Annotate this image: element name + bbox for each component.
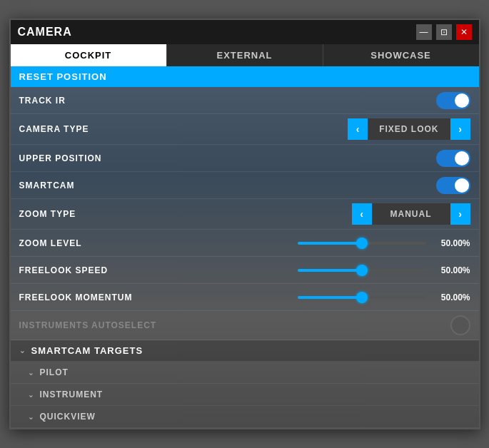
upper-position-label: UPPER POSITION: [19, 153, 436, 163]
track-ir-row: TRACK IR: [11, 87, 479, 114]
freelook-momentum-value: 50.00%: [433, 292, 470, 302]
smartcam-track: [436, 177, 470, 194]
camera-type-selector: ‹ FIXED LOOK ›: [348, 118, 470, 140]
quickview-label: QUICKVIEW: [40, 412, 96, 422]
smartcam-row: SMARTCAM: [11, 172, 479, 199]
freelook-momentum-thumb: [356, 292, 368, 303]
freelook-speed-slider-container: 50.00%: [245, 265, 470, 275]
instrument-item[interactable]: ⌄ INSTRUMENT: [11, 384, 479, 406]
expand-button[interactable]: ⊡: [436, 24, 452, 40]
content-area: RESET POSITION TRACK IR CAMERA TYPE ‹ FI…: [11, 66, 479, 428]
quickview-item[interactable]: ⌄ QUICKVIEW: [11, 406, 479, 428]
tab-showcase[interactable]: SHOWCASE: [323, 44, 479, 66]
tab-bar: COCKPIT EXTERNAL SHOWCASE: [11, 44, 479, 66]
zoom-level-row: ZOOM LEVEL 50.00%: [11, 230, 479, 257]
title-bar: CAMERA — ⊡ ✕: [11, 20, 479, 44]
zoom-level-label: ZOOM LEVEL: [19, 238, 245, 248]
freelook-speed-fill: [298, 269, 362, 272]
upper-position-knob: [455, 151, 469, 166]
quickview-expand-icon: ⌄: [28, 413, 34, 421]
instrument-expand-icon: ⌄: [28, 391, 34, 399]
smartcam-toggle[interactable]: [436, 177, 470, 194]
freelook-momentum-fill: [298, 296, 362, 299]
zoom-level-thumb: [356, 238, 368, 249]
zoom-level-track[interactable]: [298, 242, 426, 245]
instruments-autoselect-toggle: [450, 315, 470, 335]
instrument-label: INSTRUMENT: [40, 390, 104, 399]
smartcam-label: SMARTCAM: [19, 180, 436, 190]
track-ir-knob: [455, 93, 469, 108]
instruments-autoselect-label: INSTRUMENTS AUTOSELECT: [19, 320, 450, 330]
zoom-type-label: ZOOM TYPE: [19, 209, 352, 219]
camera-type-value: FIXED LOOK: [368, 118, 450, 140]
upper-position-toggle[interactable]: [436, 150, 470, 167]
zoom-type-value: MANUAL: [372, 203, 450, 225]
camera-type-next-button[interactable]: ›: [450, 118, 470, 140]
freelook-momentum-row: FREELOOK MOMENTUM 50.00%: [11, 284, 479, 311]
smartcam-targets-expand-icon: ⌄: [19, 347, 26, 355]
freelook-momentum-slider-container: 50.00%: [245, 292, 470, 302]
pilot-expand-icon: ⌄: [28, 369, 34, 377]
smartcam-targets-label: SMARTCAM TARGETS: [31, 345, 143, 356]
instruments-autoselect-row: INSTRUMENTS AUTOSELECT: [11, 311, 479, 340]
tab-external[interactable]: EXTERNAL: [167, 44, 323, 66]
camera-type-prev-button[interactable]: ‹: [348, 118, 368, 140]
upper-position-track: [436, 150, 470, 167]
window-title: CAMERA: [18, 26, 72, 39]
freelook-speed-label: FREELOOK SPEED: [19, 265, 245, 275]
freelook-speed-track[interactable]: [298, 269, 426, 272]
close-button[interactable]: ✕: [456, 24, 472, 40]
zoom-level-value: 50.00%: [433, 238, 470, 248]
freelook-momentum-label: FREELOOK MOMENTUM: [19, 292, 245, 302]
freelook-speed-thumb: [356, 265, 368, 276]
minimize-button[interactable]: —: [416, 24, 432, 40]
camera-window: CAMERA — ⊡ ✕ COCKPIT EXTERNAL SHOWCASE R…: [9, 19, 480, 429]
pilot-label: PILOT: [40, 367, 69, 377]
camera-type-label: CAMERA TYPE: [19, 124, 348, 134]
zoom-type-next-button[interactable]: ›: [450, 203, 470, 225]
track-ir-label: TRACK IR: [19, 96, 436, 106]
zoom-type-selector: ‹ MANUAL ›: [352, 203, 470, 225]
camera-type-row: CAMERA TYPE ‹ FIXED LOOK ›: [11, 114, 479, 145]
tab-cockpit[interactable]: COCKPIT: [11, 44, 167, 66]
zoom-level-slider-container: 50.00%: [245, 238, 470, 248]
window-controls: — ⊡ ✕: [416, 24, 472, 40]
upper-position-row: UPPER POSITION: [11, 145, 479, 172]
zoom-type-prev-button[interactable]: ‹: [352, 203, 372, 225]
track-ir-track: [436, 92, 470, 109]
smartcam-knob: [455, 178, 469, 193]
freelook-momentum-track[interactable]: [298, 296, 426, 299]
track-ir-toggle[interactable]: [436, 92, 470, 109]
freelook-speed-value: 50.00%: [433, 265, 470, 275]
zoom-type-row: ZOOM TYPE ‹ MANUAL ›: [11, 199, 479, 230]
zoom-level-fill: [298, 242, 362, 245]
pilot-item[interactable]: ⌄ PILOT: [11, 362, 479, 384]
smartcam-targets-section[interactable]: ⌄ SMARTCAM TARGETS: [11, 340, 479, 362]
freelook-speed-row: FREELOOK SPEED 50.00%: [11, 257, 479, 284]
reset-position-button[interactable]: RESET POSITION: [11, 66, 479, 87]
